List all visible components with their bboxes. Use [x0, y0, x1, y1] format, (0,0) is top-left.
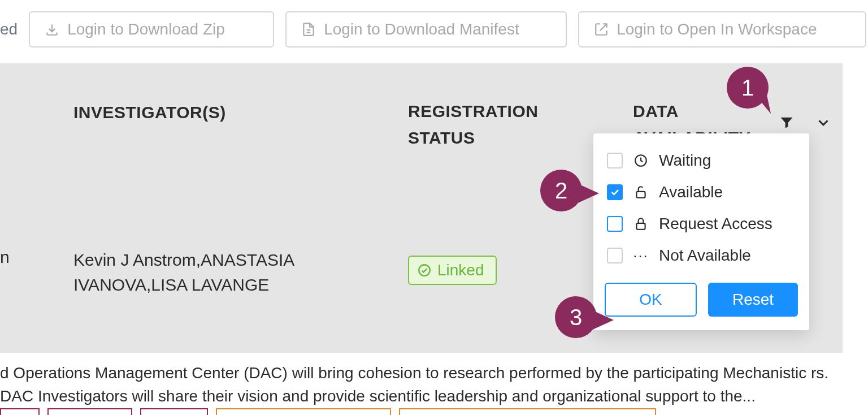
checkbox-available[interactable]: [607, 184, 623, 200]
filter-reset-label: Reset: [732, 291, 774, 308]
filter-reset-button[interactable]: Reset: [708, 283, 798, 317]
svg-rect-2: [636, 192, 645, 198]
ellipsis-icon: ···: [633, 248, 649, 263]
checkbox-request-access[interactable]: [607, 216, 623, 232]
login-download-manifest-label: Login to Download Manifest: [324, 20, 519, 38]
tag-pill[interactable]: [47, 408, 132, 415]
clock-icon: [633, 153, 649, 168]
tag-pill[interactable]: [216, 408, 391, 415]
filter-option-available-label: Available: [659, 183, 723, 201]
filter-icon[interactable]: [779, 114, 795, 130]
filter-ok-button[interactable]: OK: [605, 283, 697, 317]
export-icon: [594, 22, 609, 37]
row-edge-text-left: n: [0, 248, 10, 267]
column-header-registration-l2: STATUS: [408, 128, 475, 147]
login-open-workspace-button[interactable]: Login to Open In Workspace: [578, 11, 866, 47]
check-circle-icon: [417, 263, 432, 278]
login-download-zip-button[interactable]: Login to Download Zip: [29, 11, 274, 47]
column-header-investigators: INVESTIGATOR(S): [73, 103, 226, 122]
filter-option-not-available[interactable]: ··· Not Available: [605, 240, 798, 271]
filter-option-not-available-label: Not Available: [659, 247, 751, 265]
top-buttons: Login to Download Zip Login to Download …: [29, 11, 866, 47]
column-header-registration-status: REGISTRATION STATUS: [408, 98, 538, 151]
tag-row: [0, 408, 656, 415]
login-download-manifest-button[interactable]: Login to Download Manifest: [285, 11, 567, 47]
filter-option-request-access[interactable]: Request Access: [605, 208, 798, 240]
filter-option-waiting[interactable]: Waiting: [605, 145, 798, 176]
filter-option-available[interactable]: Available: [605, 176, 798, 208]
svg-rect-3: [636, 223, 645, 230]
login-open-workspace-label: Login to Open In Workspace: [617, 20, 817, 38]
file-icon: [301, 22, 316, 37]
filter-option-request-access-label: Request Access: [659, 215, 772, 233]
column-header-data-avail-l1: DATA: [633, 102, 679, 120]
tag-pill[interactable]: [399, 408, 656, 415]
filter-actions: OK Reset: [605, 283, 798, 317]
login-download-zip-label: Login to Download Zip: [67, 20, 225, 38]
data-availability-filter-dropdown: Waiting Available Request Access ··· Not…: [593, 133, 809, 330]
unlock-icon: [633, 184, 649, 200]
tag-pill[interactable]: [0, 408, 40, 415]
checkbox-not-available[interactable]: [607, 248, 623, 263]
filter-ok-label: OK: [639, 291, 662, 308]
filter-option-waiting-label: Waiting: [659, 152, 711, 170]
description-paragraph: d Operations Management Center (DAC) wil…: [0, 362, 845, 408]
expand-column-button[interactable]: [814, 113, 833, 132]
lock-icon: [633, 216, 649, 232]
status-badge-label: Linked: [437, 261, 484, 279]
tag-pill[interactable]: [140, 408, 208, 415]
chevron-down-icon: [815, 114, 832, 131]
row-investigators-value: Kevin J Anstrom,ANASTASIA IVANOVA,LISA L…: [73, 248, 379, 297]
checkbox-waiting[interactable]: [607, 153, 623, 168]
top-bar: ed Login to Download Zip Login to Downlo…: [0, 11, 857, 47]
download-icon: [45, 22, 59, 37]
column-header-registration-l1: REGISTRATION: [408, 102, 538, 120]
status-badge-linked: Linked: [408, 256, 497, 285]
page-edge-text-left: ed: [0, 21, 18, 37]
